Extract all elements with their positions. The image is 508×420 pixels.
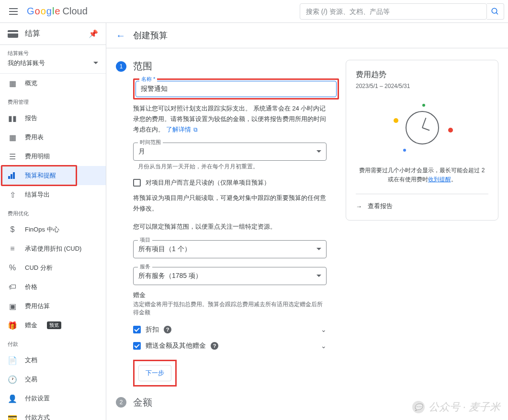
trend-column: 费用趋势 2023/5/1 – 2024/5/31 费用需要过几个小时才会显示，… [346, 60, 498, 409]
name-label: 名称 * [139, 76, 157, 83]
clock-illustration [389, 104, 456, 152]
svg-line-1 [497, 12, 498, 14]
sidebar-group-payment: 付款 [0, 335, 106, 351]
projects-select[interactable]: 所有项目（1 个） [133, 240, 327, 258]
search-input[interactable] [300, 3, 487, 20]
svg-rect-2 [8, 176, 10, 179]
time-range-label: 时间范围 [138, 139, 163, 146]
budget-icon [8, 171, 17, 180]
view-report-link[interactable]: → 查看报告 [356, 194, 488, 210]
external-link-icon: ⧉ [193, 126, 198, 133]
step-2-number: 2 [116, 397, 126, 408]
sidebar-item-cud[interactable]: ≡ 承诺使用折扣 (CUD) [0, 239, 106, 258]
learn-more-link[interactable]: 了解详情 [166, 126, 191, 133]
dollar-icon: $ [8, 225, 17, 234]
next-button-highlight: 下一步 [133, 360, 177, 387]
readonly-description: 将预算设为项目用户只能读取，可避免对集中跟踪的重要预算的任何意外修改。 [133, 193, 327, 214]
bar-chart-icon: ▮▮ [8, 113, 17, 123]
pin-icon[interactable]: 📌 [89, 29, 98, 38]
services-label: 服务 [138, 263, 152, 270]
expand-chevron[interactable]: ⌄ [321, 326, 327, 333]
services-field: 服务 所有服务（1785 项） [133, 267, 327, 285]
percent-icon: % [8, 263, 17, 273]
gift-checkbox[interactable] [133, 342, 141, 350]
trend-link[interactable]: 收到提醒 [428, 176, 451, 183]
sidebar-item-cud-analysis[interactable]: % CUD 分析 [0, 258, 106, 277]
sidebar-item-finops[interactable]: $ FinOps 中心 [0, 220, 106, 239]
help-icon[interactable]: ? [164, 326, 171, 333]
google-cloud-logo[interactable]: Google Cloud [27, 6, 88, 17]
sidebar-item-cost-detail[interactable]: ☰ 费用明细 [0, 147, 106, 166]
sidebar-item-payment-method[interactable]: 💳 付款方式 [0, 408, 106, 420]
gift-row: 赠送金额及其他赠金 ? ⌄ [133, 338, 327, 354]
credits-label: 赠金 [133, 291, 327, 299]
projects-label: 项目 [138, 236, 152, 243]
sidebar-item-reports[interactable]: ▮▮ 报告 [0, 109, 106, 128]
back-button[interactable]: ← [116, 30, 125, 41]
services-select[interactable]: 所有服务（1785 项） [133, 267, 327, 285]
search-bar [300, 3, 504, 20]
sidebar: 结算 📌 结算账号 我的结算账号 ▦ 概览 费用管理 ▮▮ 报告 ▦ 费用表 ☰… [0, 23, 106, 420]
step-1-header: 1 范围 [116, 60, 327, 73]
person-icon: 👤 [8, 394, 17, 403]
name-input[interactable] [135, 81, 337, 97]
export-icon: ⇧ [8, 190, 17, 199]
clock-icon: 🕐 [8, 375, 17, 384]
svg-rect-3 [11, 174, 12, 179]
svg-point-0 [492, 8, 497, 13]
scope-description: 您可以限定预算范围，以便重点关注一组特定资源。 [133, 221, 327, 232]
gift-icon: 🎁 [8, 321, 17, 330]
step-2-header[interactable]: 2 金额 [116, 396, 327, 409]
budget-description: 预算让您可以对照计划支出跟踪实际支出。 系统通常会在 24 小时内记录您的费用。… [133, 103, 327, 135]
help-icon[interactable]: ? [211, 342, 218, 350]
sidebar-item-docs[interactable]: 📄 文档 [0, 351, 106, 370]
discount-row: 折扣 ? ⌄ [133, 321, 327, 338]
sidebar-item-budgets[interactable]: 预算和提醒 [0, 166, 106, 185]
chevron-down-icon [316, 248, 321, 253]
dashboard-icon: ▦ [8, 78, 17, 88]
credits-description: 选定赠金将用于抵扣总费用。预算会跟踪总费用减去所有适用选定赠金后所得金额 [133, 300, 327, 317]
card-icon: 💳 [8, 413, 17, 420]
trend-description: 费用需要过几个小时才会显示，最长可能会超过 2 或在有使用费时收到提醒。 [356, 166, 488, 184]
tag-icon: 🏷 [8, 282, 17, 292]
top-header: Google Cloud [0, 0, 508, 23]
expand-chevron[interactable]: ⌄ [321, 342, 327, 350]
next-button[interactable]: 下一步 [138, 365, 171, 381]
sidebar-item-credits[interactable]: 🎁 赠金 预览 [0, 316, 106, 335]
readonly-checkbox[interactable] [133, 179, 141, 187]
sidebar-item-price[interactable]: 🏷 价格 [0, 277, 106, 297]
sidebar-header: 结算 📌 [0, 23, 106, 45]
step-1-title: 范围 [133, 60, 152, 73]
sidebar-item-cost-table[interactable]: ▦ 费用表 [0, 128, 106, 147]
step-2-title: 金额 [133, 396, 152, 409]
sidebar-item-cost-est[interactable]: ▣ 费用估算 [0, 297, 106, 316]
account-dropdown[interactable]: 我的结算账号 [8, 57, 98, 71]
svg-rect-4 [13, 172, 15, 179]
sidebar-item-export[interactable]: ⇧ 结算导出 [0, 185, 106, 204]
readonly-checkbox-row: 对项目用户而言是只读的（仅限单项目预算） [133, 178, 327, 187]
chevron-down-icon [316, 150, 321, 155]
discount-checkbox[interactable] [133, 326, 141, 333]
projects-field: 项目 所有项目（1 个） [133, 240, 327, 258]
search-button[interactable] [487, 3, 504, 20]
main-header: ← 创建预算 [106, 23, 508, 48]
name-field-highlight: 名称 * [133, 78, 339, 99]
list-icon: ☰ [8, 152, 17, 161]
sidebar-item-payment-settings[interactable]: 👤 付款设置 [0, 389, 106, 408]
trend-title: 费用趋势 [356, 70, 488, 80]
main-content: ← 创建预算 1 范围 名称 * 预算让您可以对照计划支出跟踪实际支出。 系统通… [106, 23, 508, 420]
sidebar-item-transactions[interactable]: 🕐 交易 [0, 370, 106, 389]
search-icon [491, 7, 499, 16]
sidebar-group-cost-opt: 费用优化 [0, 204, 106, 220]
arrow-right-icon: → [356, 203, 362, 210]
account-value: 我的结算账号 [8, 59, 45, 67]
chevron-down-icon [93, 62, 98, 66]
step-1-number: 1 [116, 61, 126, 72]
sidebar-item-overview[interactable]: ▦ 概览 [0, 74, 106, 93]
billing-icon [8, 30, 18, 38]
trend-date-range: 2023/5/1 – 2024/5/31 [356, 83, 488, 89]
form-column: 1 范围 名称 * 预算让您可以对照计划支出跟踪实际支出。 系统通常会在 24 … [116, 60, 327, 409]
discount-icon: ≡ [8, 244, 17, 254]
hamburger-menu-button[interactable] [4, 2, 23, 21]
wechat-icon: 💬 [412, 401, 425, 413]
